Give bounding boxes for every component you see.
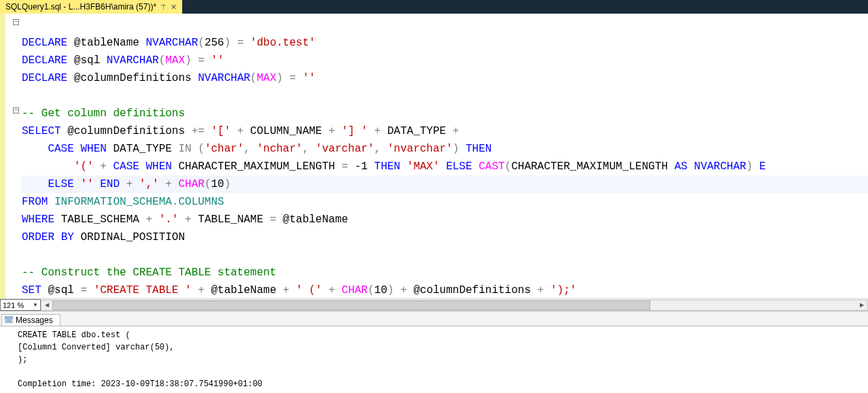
- collapse-toggle-icon[interactable]: −: [13, 19, 19, 25]
- collapse-toggle-icon[interactable]: −: [13, 107, 19, 114]
- messages-line: CREATE TABLE dbo.test (: [18, 330, 131, 340]
- keyword-declare: DECLARE: [22, 37, 67, 49]
- variable: @tableName: [74, 37, 139, 49]
- zoom-dropdown[interactable]: 121 % ▼: [0, 299, 41, 311]
- zoom-value: 121 %: [3, 301, 24, 309]
- horizontal-scrollbar[interactable]: ◀ ▶: [41, 300, 868, 311]
- messages-line: );: [18, 355, 27, 364]
- messages-pane[interactable]: CREATE TABLE dbo.test ( [Column1 Convert…: [0, 326, 868, 393]
- pin-icon[interactable]: ⊤: [160, 3, 167, 11]
- modification-indicator: [0, 14, 5, 298]
- results-tab-bar: Messages: [0, 311, 868, 326]
- messages-tab[interactable]: Messages: [1, 314, 60, 326]
- close-icon[interactable]: ✕: [171, 3, 177, 12]
- document-tab[interactable]: SQLQuery1.sql - L...H3FB6H\amira (57))* …: [0, 0, 182, 14]
- document-tab-title: SQLQuery1.sql - L...H3FB6H\amira (57))*: [5, 2, 156, 12]
- scroll-right-icon[interactable]: ▶: [856, 301, 867, 310]
- comment: -- Construct the CREATE TABLE statement: [22, 267, 276, 279]
- chevron-down-icon: ▼: [33, 302, 38, 308]
- comment: -- Get column definitions: [22, 107, 185, 120]
- outline-gutter: − −: [5, 14, 20, 298]
- messages-line: [Column1 Converted] varchar(50),: [18, 343, 174, 352]
- type: NVARCHAR: [145, 37, 198, 49]
- editor-area: − − DECLARE @tableName NVARCHAR(256) = '…: [0, 14, 868, 298]
- scroll-left-icon[interactable]: ◀: [41, 301, 52, 310]
- messages-tab-label: Messages: [16, 315, 53, 325]
- messages-line: Completion time: 2023-10-09T18:38:07.754…: [18, 379, 262, 389]
- code-editor[interactable]: DECLARE @tableName NVARCHAR(256) = 'dbo.…: [20, 14, 868, 298]
- messages-icon: [5, 316, 13, 324]
- zoom-scroll-row: 121 % ▼ ◀ ▶: [0, 298, 868, 311]
- editor-wrap: − − DECLARE @tableName NVARCHAR(256) = '…: [0, 14, 868, 393]
- scrollbar-thumb[interactable]: [52, 301, 650, 310]
- document-tab-bar: SQLQuery1.sql - L...H3FB6H\amira (57))* …: [0, 0, 868, 14]
